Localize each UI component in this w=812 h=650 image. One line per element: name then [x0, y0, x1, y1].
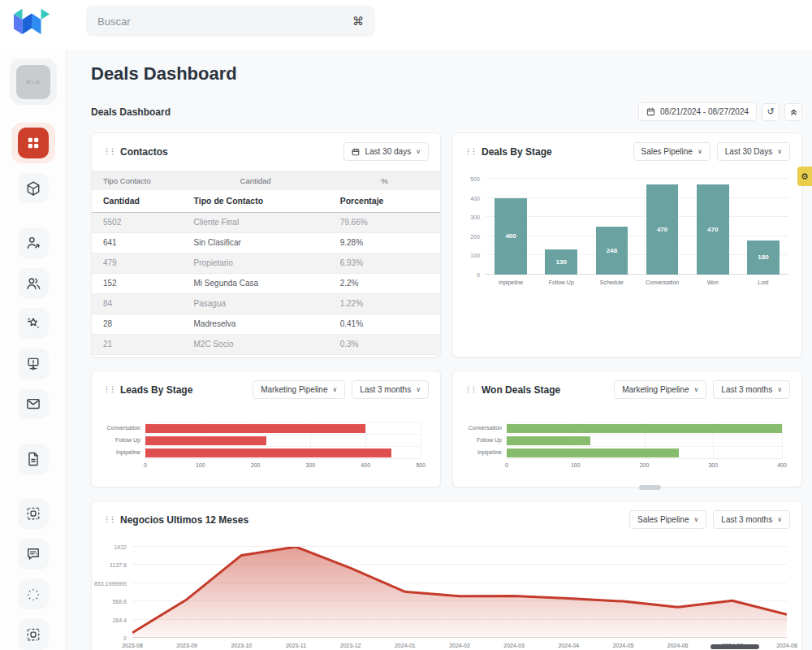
sparkle-icon — [25, 587, 41, 603]
y-tick-label: 500 — [470, 176, 480, 182]
drag-handle-icon[interactable]: ⋮⋮ — [103, 148, 114, 155]
sidebar-item-dashboard[interactable] — [18, 128, 49, 158]
scan-frame-icon — [25, 626, 41, 643]
scan-frame-icon — [25, 505, 41, 522]
sidebar-item-scan[interactable] — [18, 499, 49, 530]
user-plus-icon — [25, 235, 41, 251]
drag-handle-icon[interactable]: ⋮⋮ — [464, 386, 476, 393]
bar-value-label: 180 — [758, 254, 768, 261]
collapse-button[interactable] — [784, 103, 802, 121]
table-cell: Propietario — [183, 253, 329, 273]
contactos-time-filter[interactable]: Last 30 days ∨ — [343, 142, 429, 161]
won-time-filter[interactable]: Last 3 months ∨ — [713, 380, 790, 399]
leads-time-filter[interactable]: Last 3 months ∨ — [352, 380, 429, 399]
dashboard-grid-icon — [25, 135, 41, 151]
toolbar-actions: 08/21/2024 - 08/27/2024 ↺ — [638, 102, 802, 121]
date-range-picker[interactable]: 08/21/2024 - 08/27/2024 — [638, 102, 757, 121]
filter-label: Last 3 months — [360, 385, 411, 394]
sidebar-item-screen[interactable] — [18, 349, 49, 379]
deals-pipeline-filter[interactable]: Sales Pipeline ∨ — [633, 142, 710, 161]
card-won-header: ⋮⋮ Won Deals Stage Marketing Pipeline ∨ … — [453, 371, 801, 405]
x-tick-label: 300 — [708, 462, 718, 468]
sidebar-item-document[interactable] — [18, 444, 49, 474]
x-tick-label: 2024-02 — [449, 643, 470, 648]
card-title: Leads By Stage — [120, 384, 253, 396]
x-tick-label: 2024-01 — [395, 643, 416, 648]
drag-handle-icon[interactable]: ⋮⋮ — [464, 148, 476, 155]
x-axis: 0100200300400500 — [145, 458, 421, 470]
x-tick-label: 500 — [416, 462, 425, 468]
chevron-down-icon: ∨ — [416, 148, 421, 155]
x-tick-label: 2023-11 — [286, 643, 306, 648]
gear-icon: ⚙ — [801, 171, 809, 182]
screen-share-icon — [25, 356, 41, 372]
app-logo[interactable] — [13, 6, 50, 39]
table-cell: Sin Clasificar — [183, 232, 329, 253]
bar: 400 — [495, 198, 527, 275]
sidebar-item-mail[interactable] — [18, 389, 49, 420]
refresh-history-button[interactable]: ↺ — [762, 103, 780, 121]
bar — [145, 448, 391, 457]
avatar[interactable]: 90 x 90 — [10, 58, 57, 105]
plot-area: 0100200300400500 — [145, 422, 421, 470]
x-tick-label: Won — [688, 275, 738, 285]
users-icon — [25, 275, 41, 292]
won-pipeline-filter[interactable]: Marketing Pipeline ∨ — [614, 380, 706, 399]
bar-column: 180 — [738, 179, 788, 275]
sidebar-item-chat[interactable] — [18, 539, 49, 570]
bar-column: 248 — [586, 179, 637, 275]
y-axis: ConversationFollow UpInpipeline — [95, 422, 145, 470]
drag-handle-icon[interactable]: ⋮⋮ — [103, 516, 114, 523]
leads-pipeline-filter[interactable]: Marketing Pipeline ∨ — [253, 380, 345, 399]
table-row: 21M2C Socio0.3% — [92, 334, 440, 354]
table-row: 152Mi Segunda Casa2.2% — [92, 273, 440, 293]
sidebar-item-users[interactable] — [18, 268, 49, 299]
negocios-pipeline-filter[interactable]: Sales Pipeline ∨ — [629, 510, 706, 529]
table-cell: Madreselva — [183, 314, 329, 334]
horizontal-scrollbar-thumb[interactable] — [710, 644, 759, 649]
category-label: Inpipeline — [456, 446, 507, 458]
card-title: Contactos — [120, 146, 343, 158]
sidebar-item-scan-2[interactable] — [18, 619, 49, 650]
sidebar-item-user-plus[interactable] — [18, 228, 49, 258]
table-cell: 2.2% — [329, 273, 440, 293]
y-tick-label: 100 — [470, 253, 480, 258]
drag-handle-icon[interactable]: ⋮⋮ — [103, 386, 114, 393]
filter-label: Sales Pipeline — [637, 515, 689, 524]
sidebar-item-sparkle[interactable] — [18, 579, 49, 610]
column-header: Porcentaje — [329, 190, 440, 212]
deals-time-filter[interactable]: Last 30 Days ∨ — [717, 142, 790, 161]
table-cell: Cliente Final — [183, 212, 329, 232]
y-tick-label: 853.1999999 — [94, 580, 127, 586]
calendar-icon — [352, 148, 360, 156]
box-cube-icon — [25, 180, 41, 197]
search-input[interactable] — [97, 15, 352, 28]
command-key-icon: ⌘ — [352, 15, 364, 28]
avatar-placeholder-text: 90 x 90 — [26, 80, 39, 84]
bar-column: 400 — [486, 179, 536, 275]
widget-settings-button[interactable]: ⚙ — [797, 167, 812, 186]
x-tick-label: 100 — [571, 462, 581, 468]
sidebar-item-box[interactable] — [18, 173, 49, 204]
bar-value-label: 400 — [505, 232, 516, 240]
category-label: Conversation — [456, 422, 507, 434]
table-row: 479Propietario6.93% — [92, 253, 440, 273]
main-content: Deals Dashboard Deals Dashboard 08/21/20… — [67, 49, 812, 650]
y-tick-label: 300 — [470, 214, 480, 220]
contactos-table-body: 5502Cliente Final79.66%641Sin Clasificar… — [92, 212, 440, 354]
category-label: Follow Up — [95, 434, 145, 446]
horizontal-scrollbar-thumb-small[interactable] — [639, 485, 661, 490]
search-bar: ⌘ — [86, 6, 375, 37]
card-deals-by-stage: ⋮⋮ Deals By Stage Sales Pipeline ∨ Last … — [452, 132, 802, 358]
filter-label: Last 3 months — [721, 515, 772, 524]
negocios-time-filter[interactable]: Last 3 months ∨ — [713, 510, 790, 529]
card-title: Negocios Ultimos 12 Meses — [120, 514, 629, 526]
column-header: Tipo de Contacto — [183, 190, 329, 212]
sidebar-item-award[interactable] — [18, 308, 49, 339]
card-title: Won Deals Stage — [482, 384, 614, 396]
award-star-icon — [25, 315, 41, 332]
card-won-deals-stage: ⋮⋮ Won Deals Stage Marketing Pipeline ∨ … — [452, 370, 802, 488]
card-leads-by-stage: ⋮⋮ Leads By Stage Marketing Pipeline ∨ L… — [91, 370, 441, 488]
x-tick-label: Conversation — [637, 275, 688, 285]
negocios-chart: 0284.4568.8853.19999991137.614222023-082… — [92, 535, 801, 650]
